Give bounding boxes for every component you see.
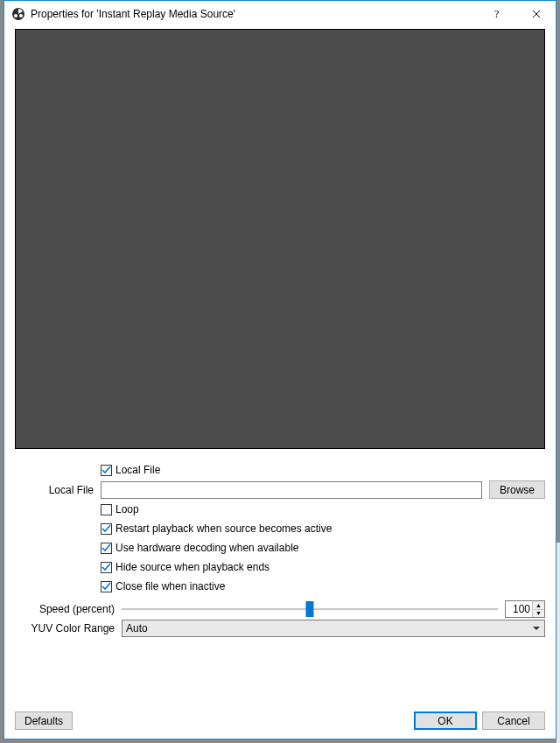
dialog-content: Local File Local File Browse Loop: [4, 27, 556, 739]
yuv-label: YUV Color Range: [15, 622, 122, 634]
slider-thumb[interactable]: [306, 601, 314, 617]
yuv-combobox[interactable]: Auto: [122, 620, 545, 637]
checkbox-icon: [101, 581, 112, 592]
svg-point-2: [19, 14, 23, 18]
speed-label: Speed (percent): [15, 603, 122, 615]
checkbox-icon: [101, 465, 112, 476]
hide-source-label: Hide source when playback ends: [116, 561, 270, 573]
background-strip: [556, 543, 560, 743]
close-file-label: Close file when inactive: [116, 580, 225, 592]
local-file-input[interactable]: [101, 481, 482, 499]
browse-button[interactable]: Browse: [489, 480, 545, 499]
hw-decoding-checkbox[interactable]: Use hardware decoding when available: [101, 542, 298, 554]
speed-slider[interactable]: [122, 600, 498, 618]
svg-text:?: ?: [494, 9, 499, 19]
spin-up-button[interactable]: ▲: [533, 601, 544, 610]
checkbox-icon: [101, 504, 112, 515]
dialog-window: Properties for 'Instant Replay Media Sou…: [4, 0, 556, 739]
loop-checkbox[interactable]: Loop: [101, 503, 139, 515]
local-file-label: Local File: [15, 484, 101, 496]
hw-decoding-label: Use hardware decoding when available: [116, 542, 298, 554]
preview-area: [15, 29, 545, 449]
app-icon: [11, 7, 25, 21]
checkbox-icon: [101, 543, 112, 554]
close-button[interactable]: [516, 1, 556, 27]
form-area: Local File Local File Browse Loop: [15, 449, 545, 704]
defaults-button[interactable]: Defaults: [15, 711, 73, 730]
chevron-down-icon: [532, 624, 541, 633]
speed-value-input[interactable]: [506, 601, 532, 617]
titlebar: Properties for 'Instant Replay Media Sou…: [4, 1, 556, 27]
dialog-footer: Defaults OK Cancel: [15, 704, 545, 730]
spin-down-button[interactable]: ▼: [533, 610, 544, 618]
restart-playback-checkbox[interactable]: Restart playback when source becomes act…: [101, 522, 332, 535]
local-file-checkbox-label: Local File: [116, 464, 160, 476]
close-file-checkbox[interactable]: Close file when inactive: [101, 580, 225, 592]
svg-point-1: [14, 14, 18, 18]
window-title: Properties for 'Instant Replay Media Sou…: [31, 8, 477, 20]
cancel-button[interactable]: Cancel: [482, 711, 545, 730]
ok-button[interactable]: OK: [414, 711, 477, 730]
speed-spinbox[interactable]: ▲ ▼: [505, 600, 545, 618]
help-button[interactable]: ?: [477, 1, 516, 27]
local-file-checkbox[interactable]: Local File: [101, 464, 160, 476]
yuv-value: Auto: [126, 622, 532, 634]
restart-playback-label: Restart playback when source becomes act…: [116, 522, 332, 535]
checkbox-icon: [101, 523, 112, 535]
checkbox-icon: [101, 562, 112, 573]
loop-label: Loop: [116, 503, 139, 515]
hide-source-checkbox[interactable]: Hide source when playback ends: [101, 561, 270, 573]
